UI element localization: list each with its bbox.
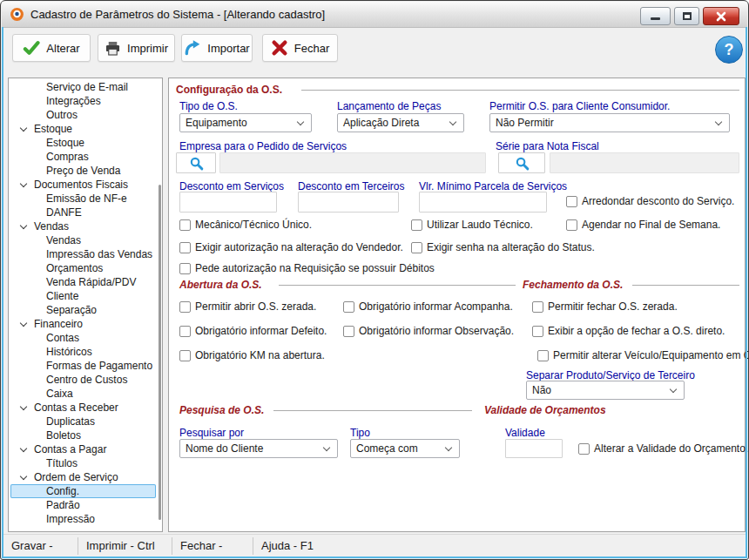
sidebar-item-28[interactable]: Ordem de Serviço	[10, 470, 156, 484]
checkbox-utilizar-laudo[interactable]: Utilizar Laudo Técnico.	[411, 219, 533, 231]
importar-button[interactable]: Importar	[181, 34, 253, 62]
sidebar-item-22[interactable]: Caixa	[10, 387, 156, 401]
sidebar-item-label: Orçamentos	[46, 261, 103, 275]
checkbox-pede-autorizacao-requisicao[interactable]: Pede autorização na Requisição se possui…	[179, 262, 435, 274]
checkbox-obrigatorio-observacao[interactable]: Obrigatório informar Observação.	[343, 325, 514, 337]
sidebar-item-5[interactable]: Compras	[10, 150, 156, 164]
checkbox-obrigatorio-km[interactable]: Obrigatório KM na abertura.	[179, 349, 325, 361]
sidebar-item-4[interactable]: Estoque	[10, 136, 156, 150]
sidebar-item-7[interactable]: Documentos Fiscais	[10, 178, 156, 192]
sidebar-item-31[interactable]: Impressão	[10, 512, 156, 526]
sidebar-item-2[interactable]: Outros	[10, 108, 156, 122]
sidebar-item-label: Contas a Receber	[34, 401, 118, 415]
sidebar-item-1[interactable]: Integrações	[10, 94, 156, 108]
tipo-os-select[interactable]: Equipamento	[179, 113, 312, 132]
checkbox-exigir-autorizacao-vendedor[interactable]: Exigir autorização na alteração do Vende…	[179, 241, 403, 253]
checkbox-mecanico-tecnico-unico[interactable]: Mecânico/Técnico Único.	[179, 219, 312, 231]
checkbox-arredondar-desconto[interactable]: Arredondar desconto do Serviço.	[566, 195, 734, 207]
group-line	[632, 285, 739, 286]
chevron-down-icon[interactable]	[20, 444, 27, 451]
checkbox-label: Obrigatório informar Defeito.	[195, 325, 327, 337]
checkbox-box	[179, 326, 191, 337]
separar-select[interactable]: Não	[526, 381, 685, 400]
sidebar-item-label: DANFE	[46, 206, 82, 219]
sidebar-item-29[interactable]: Config.	[10, 484, 156, 498]
imprimir-button[interactable]: Imprimir	[98, 34, 175, 62]
group-line	[301, 90, 739, 91]
checkbox-label: Mecânico/Técnico Único.	[195, 219, 312, 231]
sidebar-item-19[interactable]: Históricos	[10, 345, 156, 359]
checkbox-obrigatorio-acompanha[interactable]: Obrigatório informar Acompanha.	[343, 300, 513, 313]
pesquisar-por-select[interactable]: Nome do Cliente	[179, 439, 338, 458]
fechar-button[interactable]: Fechar	[262, 34, 338, 62]
sidebar-item-9[interactable]: DANFE	[10, 206, 156, 219]
checkbox-alterar-validade[interactable]: Alterar a Validade do Orçamento.	[578, 442, 748, 455]
alterar-button[interactable]: Alterar	[12, 34, 91, 62]
checkbox-permitir-alterar-veiculo[interactable]: Permitir alterar Veículo/Equipamento em …	[537, 349, 749, 361]
window-close-button[interactable]	[703, 7, 739, 25]
sidebar-item-30[interactable]: Padrão	[10, 498, 156, 512]
printer-icon	[105, 40, 121, 57]
checkbox-label: Exigir senha na alteração do Status.	[427, 241, 595, 253]
sidebar-item-27[interactable]: Títulos	[10, 456, 156, 470]
checkbox-exigir-senha-status[interactable]: Exigir senha na alteração do Status.	[411, 241, 595, 253]
desconto-terceiros-input[interactable]	[298, 192, 399, 213]
sidebar-item-17[interactable]: Financeiro	[10, 317, 156, 331]
checkbox-label: Permitir fechar O.S. zerada.	[548, 300, 678, 313]
importar-label: Importar	[207, 42, 249, 55]
sidebar-item-18[interactable]: Contas	[10, 331, 156, 345]
sidebar-item-21[interactable]: Centro de Custos	[10, 373, 156, 387]
minimize-button[interactable]	[640, 7, 671, 25]
chevron-down-icon[interactable]	[20, 319, 27, 326]
checkbox-permitir-abrir-os-zerada[interactable]: Permitir abrir O.S. zerada.	[179, 300, 316, 313]
chevron-down-icon[interactable]	[20, 124, 27, 131]
sidebar-item-20[interactable]: Formas de Pagamento	[10, 359, 156, 373]
sidebar-item-15[interactable]: Cliente	[10, 289, 156, 303]
sidebar-item-6[interactable]: Preço de Venda	[10, 164, 156, 178]
sidebar-item-10[interactable]: Vendas	[10, 219, 156, 233]
sidebar-scrollbar[interactable]	[159, 185, 161, 520]
sidebar-item-25[interactable]: Boletos	[10, 428, 156, 442]
chevron-down-icon[interactable]	[20, 179, 27, 186]
status-gravar: Gravar - F10	[3, 537, 78, 555]
help-button[interactable]: ?	[715, 36, 743, 64]
desconto-servicos-input[interactable]	[179, 192, 277, 213]
checkbox-box	[179, 301, 191, 313]
checkbox-agendar-final-semana[interactable]: Agendar no Final de Semana.	[566, 219, 720, 231]
sidebar-item-label: Outros	[46, 108, 78, 122]
status-imprimir: Imprimir - Ctrl + P	[78, 537, 172, 555]
serie-nf-display	[550, 152, 739, 173]
sidebar-item-14[interactable]: Venda Rápida/PDV	[10, 275, 156, 289]
sidebar-item-24[interactable]: Duplicatas	[10, 415, 156, 428]
checkbox-label: Arredondar desconto do Serviço.	[582, 195, 734, 207]
permitir-consumidor-value: Não Permitir	[496, 117, 554, 129]
separar-value: Não	[532, 384, 551, 396]
sidebar-item-12[interactable]: Impressão das Vendas	[10, 247, 156, 261]
sidebar-item-16[interactable]: Separação	[10, 303, 156, 317]
permitir-consumidor-select[interactable]: Não Permitir	[489, 113, 730, 132]
sidebar-item-8[interactable]: Emissão de NF-e	[10, 192, 156, 206]
sidebar-item-26[interactable]: Contas a Pagar	[10, 442, 156, 456]
validade-input[interactable]	[505, 439, 563, 458]
lancamento-select[interactable]: Aplicação Direta	[337, 113, 464, 132]
sidebar-item-3[interactable]: Estoque	[10, 122, 156, 136]
serie-nf-lookup[interactable]	[498, 152, 545, 173]
checkbox-permitir-fechar-os-zerada[interactable]: Permitir fechar O.S. zerada.	[532, 300, 678, 313]
sidebar-item-13[interactable]: Orçamentos	[10, 261, 156, 275]
checkbox-obrigatorio-defeito[interactable]: Obrigatório informar Defeito.	[179, 325, 327, 337]
group-title-fechamento: Fechamento da O.S.	[523, 279, 623, 291]
sidebar-item-23[interactable]: Contas a Receber	[10, 401, 156, 415]
sidebar-item-0[interactable]: Serviço de E-mail	[10, 80, 156, 94]
tipo-pesquisa-select[interactable]: Começa com	[350, 439, 460, 458]
vlr-minimo-input[interactable]	[419, 192, 547, 213]
checkbox-exibir-opcao-fechar-direto[interactable]: Exibir a opção de fechar a O.S. direto.	[532, 325, 725, 337]
desconto-servicos-label: Desconto em Serviços	[179, 180, 284, 192]
chevron-down-icon[interactable]	[20, 472, 27, 479]
empresa-pedido-lookup[interactable]	[176, 152, 216, 173]
chevron-down-icon[interactable]	[20, 402, 27, 409]
chevron-down-icon[interactable]	[20, 221, 27, 228]
desconto-terceiros-label: Desconto em Terceiros	[298, 180, 405, 192]
sidebar-item-label: Cliente	[46, 289, 78, 303]
maximize-button[interactable]	[674, 7, 699, 25]
sidebar-item-11[interactable]: Vendas	[10, 233, 156, 247]
